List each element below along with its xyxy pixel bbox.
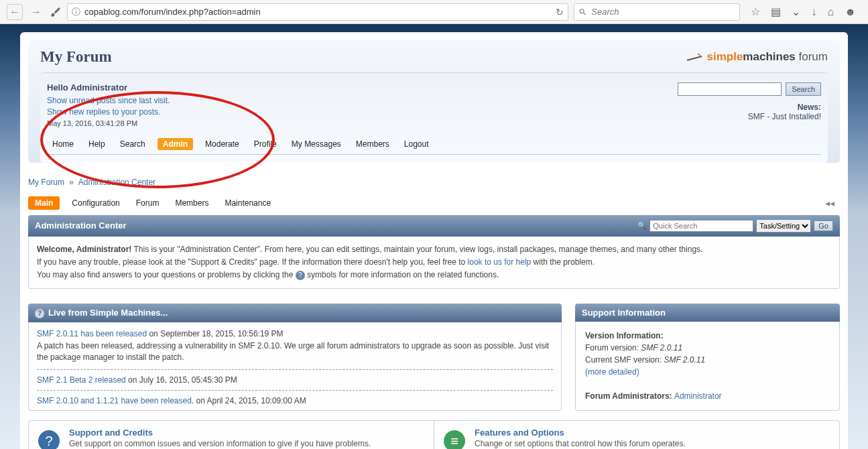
- admin-center-titlebar: Administration Center 🔍 Task/Setting Go: [28, 215, 840, 237]
- news-body: A patch has been released, addressing a …: [37, 340, 553, 364]
- browser-toolbar-icons: ☆ ▤ ⌄ ↓ ⌂ ☻: [745, 5, 861, 18]
- identity-icon: [50, 6, 62, 18]
- news-body: A patch has been released, addressing a …: [37, 407, 553, 409]
- url-text: copablog.com/forum/index.php?action=admi…: [84, 7, 552, 17]
- reader-icon[interactable]: ▤: [771, 5, 781, 18]
- home-icon[interactable]: ⌂: [827, 6, 834, 18]
- quick-search-go[interactable]: Go: [814, 220, 833, 231]
- features-icon: ≡: [444, 430, 465, 449]
- breadcrumb-current[interactable]: Administration Center: [78, 178, 156, 187]
- help-icon[interactable]: ?: [35, 309, 44, 318]
- quick-search-select[interactable]: Task/Setting: [756, 219, 811, 233]
- admin-center-title: Administration Center: [35, 220, 127, 231]
- current-time: May 13, 2016, 03:41:28 PM: [47, 119, 821, 127]
- support-titlebar: Support Information: [575, 304, 840, 322]
- page-background: My Forum simplemachines forum ⌃ Hello Ad…: [0, 24, 868, 449]
- url-bar[interactable]: ⓘ copablog.com/forum/index.php?action=ad…: [67, 3, 568, 21]
- breadcrumb-root[interactable]: My Forum: [28, 178, 64, 187]
- support-credits-cell[interactable]: ? Support and Credits Get support on com…: [29, 421, 434, 449]
- administrator-link[interactable]: Administrator: [674, 391, 722, 401]
- feedback-icon[interactable]: ☻: [845, 6, 856, 18]
- live-titlebar: ?Live from Simple Machines...: [28, 304, 562, 322]
- user-block: Hello Administrator Show unread posts si…: [40, 72, 828, 163]
- new-replies-link[interactable]: Show new replies to your posts.: [47, 107, 160, 117]
- bottom-row: ? Support and Credits Get support on com…: [28, 420, 840, 449]
- menu-help[interactable]: Help: [86, 138, 108, 150]
- pocket-icon[interactable]: ⌄: [792, 5, 800, 18]
- menu-logout[interactable]: Logout: [401, 138, 432, 150]
- smf-logo[interactable]: simplemachines forum: [686, 50, 828, 64]
- content: My Forum » Administration Center MainCon…: [28, 178, 840, 449]
- col-right: Support Information Version Information:…: [575, 297, 840, 411]
- bookmark-icon[interactable]: ☆: [751, 5, 760, 18]
- list-item: SMF 2.1 Beta 2 released on July 16, 2015…: [37, 375, 553, 391]
- main-menu: HomeHelpSearchAdminModerateProfileMy Mes…: [47, 127, 821, 155]
- breadcrumb: My Forum » Administration Center: [28, 178, 840, 196]
- menu-search[interactable]: Search: [117, 138, 148, 150]
- menu-admin[interactable]: Admin: [158, 138, 193, 150]
- prev-arrow-icon[interactable]: ◂◂: [825, 198, 834, 208]
- svg-line-1: [698, 54, 700, 56]
- col-left: ?Live from Simple Machines... SMF 2.0.11…: [28, 297, 562, 411]
- downloads-icon[interactable]: ↓: [811, 6, 816, 18]
- menu-moderate[interactable]: Moderate: [202, 138, 242, 150]
- info-icon: ⓘ: [72, 6, 80, 18]
- live-panel: SMF 2.0.11 has been released on Septembe…: [28, 322, 562, 411]
- admin-quick-search: 🔍 Task/Setting Go: [637, 219, 833, 233]
- news-date: on July 16, 2015, 05:45:30 PM: [126, 375, 237, 385]
- header-band: My Forum simplemachines forum ⌃ Hello Ad…: [28, 40, 840, 163]
- news-headline-link[interactable]: SMF 2.0.11 has been released: [37, 329, 147, 338]
- menu-profile[interactable]: Profile: [251, 138, 280, 150]
- unread-posts-link[interactable]: Show unread posts since last visit.: [47, 96, 170, 105]
- admin-tab-maintenance[interactable]: Maintenance: [221, 196, 275, 210]
- news-date: on April 24, 2015, 10:09:00 AM: [194, 396, 306, 405]
- help-icon[interactable]: ?: [296, 271, 305, 280]
- search-icon: [578, 7, 587, 17]
- smf-logo-icon: [686, 52, 703, 62]
- menu-members[interactable]: Members: [353, 138, 392, 150]
- admin-tabs: MainConfigurationForumMembersMaintenance…: [28, 196, 840, 210]
- list-item: SMF 2.0.10 and 1.1.21 have been released…: [37, 396, 553, 409]
- forum-search-input[interactable]: [678, 82, 782, 96]
- news-date: on September 18, 2015, 10:56:19 PM: [147, 329, 283, 338]
- admin-tab-main[interactable]: Main: [28, 196, 60, 210]
- live-scroll[interactable]: SMF 2.0.11 has been released on Septembe…: [30, 324, 560, 409]
- forward-button[interactable]: →: [28, 4, 44, 20]
- svg-line-0: [687, 56, 702, 60]
- support-panel: Version Information: Forum version: SMF …: [575, 322, 840, 411]
- news-label: News:: [748, 103, 821, 112]
- admin-tab-configuration[interactable]: Configuration: [68, 196, 123, 210]
- more-detailed-link[interactable]: (more detailed): [585, 367, 639, 377]
- forum-search-button[interactable]: Search: [786, 82, 821, 96]
- news-text: SMF - Just Installed!: [748, 112, 821, 121]
- list-item: SMF 2.0.11 has been released on Septembe…: [37, 329, 553, 370]
- menu-home[interactable]: Home: [50, 138, 76, 150]
- forum-search-box: Search: [678, 82, 821, 96]
- browser-toolbar: ← → ⓘ copablog.com/forum/index.php?actio…: [0, 0, 868, 24]
- forum-title[interactable]: My Forum: [40, 48, 112, 66]
- admin-tab-forum[interactable]: Forum: [132, 196, 164, 210]
- welcome-box: Welcome, Administrator! This is your "Ad…: [28, 237, 840, 290]
- browser-search-input[interactable]: [591, 7, 735, 17]
- support-icon: ?: [38, 430, 60, 449]
- browser-search[interactable]: [574, 3, 740, 21]
- news-block: News: SMF - Just Installed!: [748, 103, 821, 121]
- reload-button[interactable]: ↻: [556, 7, 564, 17]
- forum-container: My Forum simplemachines forum ⌃ Hello Ad…: [20, 32, 848, 449]
- admin-tab-members[interactable]: Members: [171, 196, 212, 210]
- back-button[interactable]: ←: [7, 4, 23, 20]
- search-icon: 🔍: [637, 221, 647, 230]
- help-link[interactable]: look to us for help: [468, 257, 532, 267]
- news-headline-link[interactable]: SMF 2.0.10 and 1.1.21 have been released…: [37, 396, 194, 405]
- news-headline-link[interactable]: SMF 2.1 Beta 2 released: [37, 375, 126, 385]
- quick-search-input[interactable]: [649, 220, 753, 232]
- features-options-cell[interactable]: ≡ Features and Options Change or set opt…: [434, 421, 839, 449]
- menu-my-messages[interactable]: My Messages: [289, 138, 344, 150]
